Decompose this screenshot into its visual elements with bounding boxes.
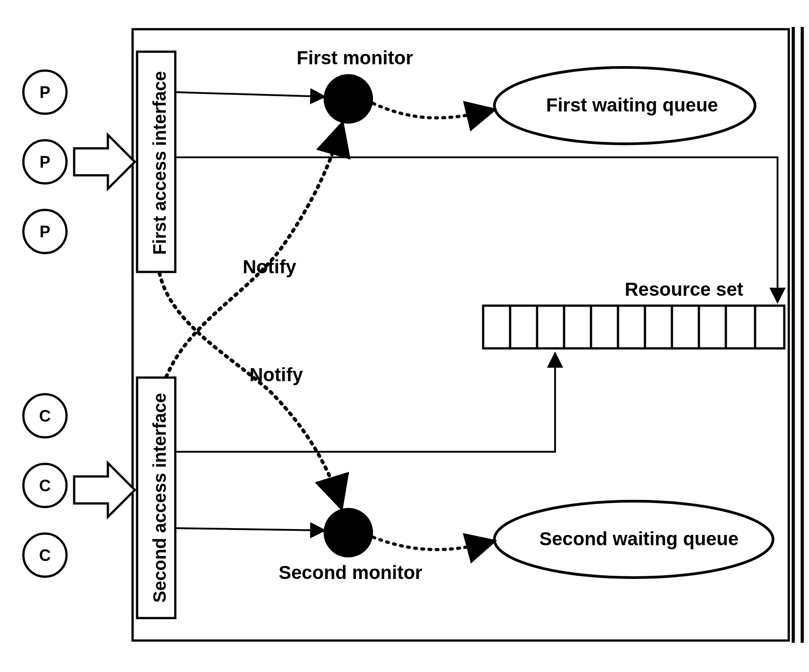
dotted-first-monitor-to-queue	[373, 103, 492, 118]
dotted-notify-second-to-first	[166, 126, 342, 377]
second-access-interface-label: Second access interface	[150, 392, 170, 604]
arrow-first-to-monitor	[175, 92, 324, 97]
svg-rect-3	[483, 306, 784, 348]
consumer-label: C	[39, 546, 51, 565]
producer-label: P	[40, 223, 50, 241]
notify-label-lower: Notify	[249, 364, 303, 386]
second-monitor-icon	[324, 508, 373, 557]
consumer-label: C	[39, 407, 51, 426]
notify-label-upper: Notify	[243, 256, 296, 278]
second-monitor-label: Second monitor	[279, 562, 422, 583]
second-waiting-queue-label: Second waiting queue	[539, 528, 738, 550]
first-waiting-queue-label: First waiting queue	[546, 94, 718, 116]
producer-arrow-icon	[74, 135, 135, 189]
dotted-second-monitor-to-queue	[373, 537, 492, 550]
first-monitor-icon	[324, 74, 373, 124]
resource-set	[483, 306, 784, 348]
producer-label: P	[40, 153, 50, 172]
producer-label: P	[40, 83, 50, 102]
arrow-second-to-resource	[175, 354, 555, 452]
consumer-arrow-icon	[74, 463, 135, 517]
consumer-label: C	[39, 476, 51, 495]
diagram-root: P P P C C C First access interface Secon…	[0, 0, 809, 672]
first-monitor-label: First monitor	[297, 47, 413, 69]
first-access-interface-label: First access interface	[150, 69, 170, 258]
resource-set-label: Resource set	[625, 279, 743, 300]
arrow-second-to-monitor	[175, 528, 324, 530]
dotted-notify-first-to-second	[160, 273, 341, 506]
